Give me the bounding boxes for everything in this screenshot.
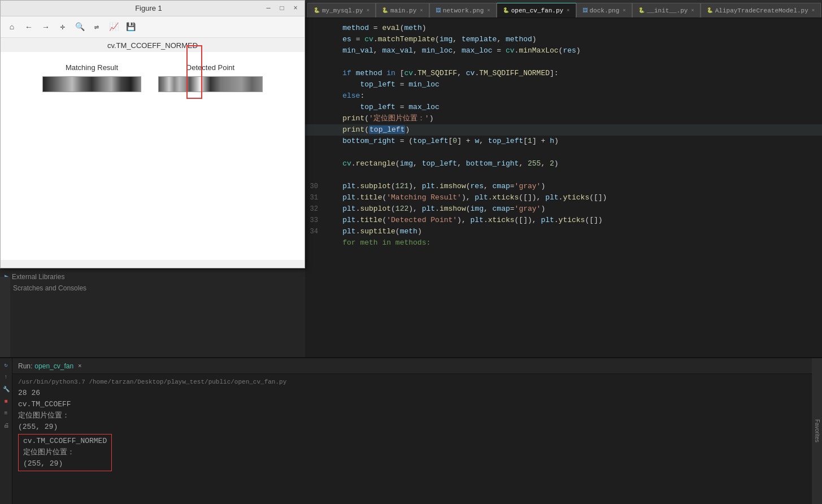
up-icon[interactable]: ↑: [4, 374, 7, 380]
run-highlighted-3: (255, 29): [23, 458, 107, 470]
tab-icon-my-mysql: 🐍: [314, 7, 320, 14]
matching-result-panel: Matching Result: [42, 63, 141, 92]
tab-label-alipay: AlipayTradeCreateModel.py: [715, 7, 808, 14]
code-text-10: bottom_right = (top_left[0] + w, top_lef…: [325, 136, 559, 147]
code-line-2: es = cv.matchTemplate(img, template, met…: [305, 34, 822, 45]
code-text-8: print('定位图片位置：'): [325, 113, 433, 124]
code-line-6: else:: [305, 90, 822, 102]
code-line-5: top_left = min_loc: [305, 79, 822, 90]
figure-toolbar: ⌂ ← → ✛ 🔍 ⇌ 📈 💾: [1, 16, 305, 38]
code-line-blank2: [305, 147, 822, 158]
external-libraries-label: External Libraries: [12, 271, 64, 283]
tab-label-my-mysql: my_mysql.py: [322, 7, 363, 14]
favorites-sidebar: Favorites: [812, 358, 822, 504]
tab-alipay[interactable]: 🐍 AlipayTradeCreateModel.py ×: [701, 3, 821, 18]
detected-point-label: Detected Point: [186, 63, 234, 72]
highlighted-output-block: cv.TM_CCOEFF_NORMED 定位图片位置： (255, 29): [18, 434, 112, 471]
code-text-31: plt.title('Matching Result'), plt.xticks…: [325, 192, 607, 203]
tab-icon-open-cv-fan: 🐍: [503, 7, 509, 14]
external-libraries-item[interactable]: ▶ External Libraries: [5, 271, 301, 283]
tab-init[interactable]: 🐍 __init__.py ×: [632, 3, 701, 18]
tab-close-open-cv-fan[interactable]: ×: [567, 8, 569, 14]
tab-icon-network: 🖼: [436, 7, 441, 14]
code-line-34: 34 plt.suptitle(meth): [305, 226, 822, 237]
print-icon[interactable]: 🖨: [3, 422, 9, 429]
run-tab-name: open_cv_fan: [34, 362, 73, 370]
back-icon[interactable]: ←: [22, 20, 36, 34]
save-icon[interactable]: 💾: [124, 20, 137, 34]
run-output: /usr/bin/python3.7 /home/tarzan/Desktop/…: [12, 374, 812, 504]
figure-window: Figure 1 — □ × ⌂ ← → ✛ 🔍 ⇌ 📈 💾 cv.TM_CCO…: [0, 0, 305, 268]
detected-point-image: [158, 76, 263, 92]
tab-close-my-mysql[interactable]: ×: [367, 8, 369, 14]
code-text-3: min_val, max_val, min_loc, max_loc = cv.…: [325, 45, 581, 57]
tab-open-cv-fan[interactable]: 🐍 open_cv_fan.py ×: [497, 3, 576, 18]
minimize-button[interactable]: —: [264, 5, 273, 12]
code-line-for: for meth in methods:: [305, 237, 822, 249]
tab-label-open-cv-fan: open_cv_fan.py: [511, 7, 563, 14]
window-controls: — □ ×: [264, 5, 300, 12]
code-line-8: print('定位图片位置：'): [305, 113, 822, 124]
run-highlighted-2: 定位图片位置：: [23, 447, 107, 458]
code-line-31: 31 plt.title('Matching Result'), plt.xti…: [305, 192, 822, 203]
tab-main[interactable]: 🐍 main.py ×: [376, 3, 429, 18]
code-text-5: top_left = min_loc: [325, 79, 440, 90]
tab-dock[interactable]: 🖼 dock.png ×: [576, 3, 632, 18]
left-panel-content: ▶ External Libraries ⚙ Scratches and Con…: [0, 269, 305, 296]
run-output-1: 28 26: [18, 388, 806, 399]
bottom-sidebar: ↻ ↑ 🔧 ■ ≡ 🖨: [0, 358, 12, 504]
code-text-7: top_left = max_loc: [325, 102, 440, 113]
tab-icon-main: 🐍: [382, 7, 388, 14]
code-text-11: cv.rectangle(img, top_left, bottom_right…: [325, 158, 559, 170]
stop-icon[interactable]: ■: [4, 398, 7, 405]
run-settings-icon[interactable]: ×: [78, 363, 82, 370]
code-line-32: 32 plt.subplot(122), plt.imshow(img, cma…: [305, 203, 822, 215]
run-output-2: cv.TM_CCOEFF: [18, 399, 806, 410]
move-icon[interactable]: ✛: [56, 20, 69, 34]
code-text-for: for meth in methods:: [325, 237, 430, 249]
home-icon[interactable]: ⌂: [5, 20, 19, 34]
code-line-3: min_val, max_val, min_loc, max_loc = cv.…: [305, 45, 822, 57]
tab-label-network: network.png: [443, 7, 484, 14]
code-text-2: es = cv.matchTemplate(img, template, met…: [325, 34, 537, 45]
filter-icon[interactable]: ≡: [4, 410, 7, 416]
code-text-32: plt.subplot(122), plt.imshow(img, cmap='…: [325, 203, 545, 215]
tab-close-init[interactable]: ×: [691, 8, 694, 14]
run-panel: Run: open_cv_fan × /usr/bin/python3.7 /h…: [12, 358, 812, 504]
line-num-31: 31: [305, 192, 325, 203]
tab-close-dock[interactable]: ×: [623, 8, 625, 14]
wrench-icon[interactable]: 🔧: [3, 386, 10, 393]
forward-icon[interactable]: →: [39, 20, 53, 34]
configure-icon[interactable]: ⇌: [90, 20, 103, 34]
editor-tabs: 🐍 my_mysql.py × 🐍 main.py × 🖼 network.pn…: [305, 0, 822, 18]
tab-network[interactable]: 🖼 network.png ×: [429, 3, 497, 18]
tab-my-mysql[interactable]: 🐍 my_mysql.py ×: [307, 3, 376, 18]
close-button[interactable]: ×: [291, 5, 300, 12]
tab-icon-alipay: 🐍: [707, 7, 713, 14]
code-text-1: method = eval(meth): [325, 23, 427, 34]
figure-title: Figure 1: [33, 4, 264, 12]
chart-icon[interactable]: 📈: [107, 20, 120, 34]
code-line-11: cv.rectangle(img, top_left, bottom_right…: [305, 158, 822, 170]
tab-label-main: main.py: [390, 7, 416, 14]
code-text-30: plt.subplot(121), plt.imshow(res, cmap='…: [325, 181, 545, 192]
rerun-icon[interactable]: ↻: [4, 362, 7, 368]
code-line-4: if method in [cv.TM_SQDIFF, cv.TM_SQDIFF…: [305, 68, 822, 79]
tab-close-alipay[interactable]: ×: [812, 8, 815, 14]
scratches-item[interactable]: ⚙ Scratches and Consoles: [5, 283, 301, 294]
tab-close-network[interactable]: ×: [487, 8, 490, 14]
code-text-9: print(top_left): [325, 124, 410, 136]
run-output-4: (255, 29): [18, 422, 806, 433]
figure-content: Matching Result Detected Point: [1, 52, 305, 260]
tab-close-main[interactable]: ×: [420, 8, 423, 14]
scratches-label: Scratches and Consoles: [13, 283, 86, 294]
maximize-button[interactable]: □: [277, 5, 286, 12]
zoom-icon[interactable]: 🔍: [73, 20, 86, 34]
code-line-9: print(top_left): [305, 124, 822, 136]
bottom-panel: ↻ ↑ 🔧 ■ ≡ 🖨 Run: open_cv_fan × /usr/bin/…: [0, 357, 822, 504]
code-line-blank: [305, 57, 822, 68]
matching-result-label: Matching Result: [66, 63, 118, 72]
line-num-34: 34: [305, 226, 325, 237]
code-line-33: 33 plt.title('Detected Point'), plt.xtic…: [305, 215, 822, 226]
tab-label-dock: dock.png: [590, 7, 620, 14]
